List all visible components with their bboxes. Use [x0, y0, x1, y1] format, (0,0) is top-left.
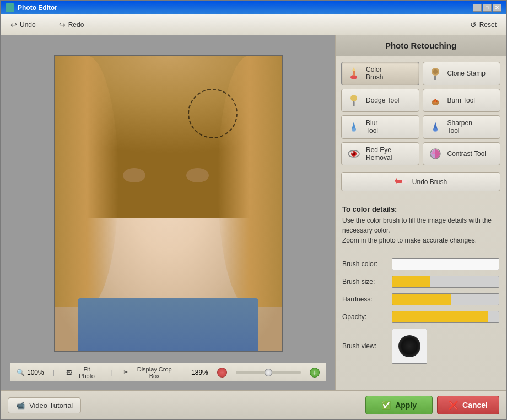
- canvas-container[interactable]: [10, 44, 326, 363]
- description-area: To color details: Use the color brush to…: [336, 201, 506, 250]
- divider1: [340, 198, 501, 198]
- redo-button[interactable]: ↪ Redo: [54, 18, 89, 31]
- brush-size-slider[interactable]: [392, 276, 499, 288]
- svg-rect-4: [434, 76, 436, 80]
- opacity-label: Opacity:: [342, 313, 392, 321]
- zoom-in-button[interactable]: +: [310, 368, 320, 378]
- settings-area: Brush color: Brush size: Hardness:: [336, 255, 506, 390]
- brush-color-label: Brush color:: [342, 260, 392, 268]
- dodge-tool-icon: [346, 93, 362, 108]
- zoom-out-button[interactable]: −: [217, 368, 227, 378]
- bottom-bar: 📹 Video Tutorial ✅ Apply ❌ Cancel: [1, 390, 506, 419]
- dodge-tool-button[interactable]: Dodge Tool: [341, 89, 419, 112]
- fit-photo-button[interactable]: 🖼 Fit Photo: [63, 364, 101, 381]
- brush-color-control: [392, 258, 499, 270]
- window-controls: ─ □ ✕: [473, 4, 501, 12]
- redo-icon: ↪: [59, 20, 66, 29]
- redo-label: Redo: [68, 21, 84, 29]
- photo-canvas[interactable]: [55, 56, 282, 351]
- bottom-right-buttons: ✅ Apply ❌ Cancel: [365, 396, 499, 414]
- burn-tool-label: Burn Tool: [447, 96, 475, 104]
- shirt: [78, 298, 259, 351]
- brush-view-label: Brush view:: [342, 342, 392, 350]
- hardness-slider[interactable]: [392, 293, 499, 305]
- burn-tool-icon: [428, 93, 443, 108]
- brush-view-row: Brush view:: [342, 329, 499, 364]
- zoom-percent: 100%: [27, 369, 44, 376]
- zoom-slider-thumb[interactable]: [265, 369, 272, 376]
- undo-brush-label: Undo Brush: [412, 178, 447, 186]
- brush-size-label: Brush size:: [342, 278, 392, 286]
- display-crop-button[interactable]: ✂ Display Crop Box: [121, 364, 180, 381]
- sharpen-tool-button[interactable]: SharpenTool: [423, 115, 501, 139]
- display-crop-label: Display Crop Box: [131, 366, 177, 379]
- dodge-tool-label: Dodge Tool: [366, 96, 400, 104]
- sharpen-tool-icon: [428, 119, 443, 134]
- clone-stamp-icon: [428, 66, 443, 81]
- divider2: [340, 252, 501, 252]
- window-title: Photo Editor: [18, 4, 57, 12]
- reset-icon: ↺: [470, 20, 477, 29]
- svg-rect-19: [402, 180, 407, 183]
- svg-point-6: [350, 95, 357, 101]
- apply-button[interactable]: ✅ Apply: [365, 396, 433, 414]
- video-tutorial-button[interactable]: 📹 Video Tutorial: [8, 397, 81, 413]
- undo-brush-button[interactable]: Undo Brush: [341, 172, 500, 191]
- red-eye-button[interactable]: Red Eye Removal: [341, 142, 419, 166]
- app-icon: [6, 3, 14, 12]
- video-tutorial-label: Video Tutorial: [29, 401, 73, 410]
- svg-point-15: [352, 152, 354, 153]
- face-hair-left: [55, 56, 118, 307]
- svg-marker-18: [395, 178, 397, 184]
- main-area: 🔍 100% | 🖼 Fit Photo | ✂ Display Crop Bo…: [1, 35, 506, 390]
- zoom-icon: 🔍: [17, 369, 25, 376]
- brush-color-swatch[interactable]: [392, 258, 499, 270]
- panel-title: Photo Retouching: [336, 35, 506, 56]
- photo-frame[interactable]: [54, 55, 283, 352]
- brush-view: [392, 329, 427, 364]
- opacity-control: [392, 311, 499, 323]
- opacity-row: Opacity:: [342, 311, 499, 323]
- brush-view-container: [392, 329, 499, 364]
- minimize-button[interactable]: ─: [473, 4, 482, 12]
- clone-stamp-label: Clone Stamp: [447, 69, 486, 77]
- toolbar: ↩ Undo ↪ Redo ↺ Reset: [1, 14, 506, 35]
- cancel-x-icon: ❌: [449, 401, 458, 410]
- color-brush-label: ColorBrush: [366, 66, 383, 82]
- fit-photo-icon: 🖼: [66, 369, 72, 376]
- opacity-slider[interactable]: [392, 311, 499, 323]
- undo-icon: ↩: [10, 20, 17, 29]
- status-bar: 🔍 100% | 🖼 Fit Photo | ✂ Display Crop Bo…: [10, 363, 326, 381]
- fit-photo-label: Fit Photo: [75, 366, 99, 379]
- svg-point-10: [352, 128, 356, 132]
- color-brush-button[interactable]: ColorBrush: [341, 62, 419, 85]
- sharpen-tool-label: SharpenTool: [447, 119, 472, 135]
- video-icon: 📹: [16, 401, 25, 410]
- blur-tool-button[interactable]: BlurTool: [341, 115, 419, 139]
- contrast-tool-icon: [428, 146, 443, 161]
- blur-tool-icon: [346, 119, 362, 134]
- maximize-button[interactable]: □: [483, 4, 492, 12]
- svg-point-11: [433, 128, 438, 132]
- close-button[interactable]: ✕: [493, 4, 501, 12]
- crop-icon: ✂: [123, 369, 128, 376]
- brush-view-control: [392, 329, 499, 364]
- cancel-button[interactable]: ❌ Cancel: [437, 396, 499, 414]
- red-eye-icon: [346, 146, 362, 161]
- reset-button[interactable]: ↺ Reset: [465, 18, 501, 31]
- zoom-slider[interactable]: [236, 371, 301, 374]
- contrast-tool-button[interactable]: Contrast Tool: [423, 142, 501, 166]
- undo-button[interactable]: ↩ Undo: [6, 18, 41, 31]
- right-panel: Photo Retouching ColorBrush: [335, 35, 506, 390]
- panel-title-text: Photo Retouching: [385, 41, 456, 50]
- brush-cursor-circle: [188, 89, 238, 138]
- separator2: |: [110, 369, 112, 376]
- burn-tool-button[interactable]: Burn Tool: [423, 89, 501, 112]
- description-title: To color details:: [342, 205, 499, 213]
- left-eye: [123, 168, 145, 183]
- zoom-info: 🔍 100%: [17, 369, 44, 376]
- brush-color-row: Brush color:: [342, 258, 499, 270]
- separator1: |: [53, 369, 55, 376]
- clone-stamp-button[interactable]: Clone Stamp: [423, 62, 501, 85]
- undo-brush-icon: [395, 176, 408, 187]
